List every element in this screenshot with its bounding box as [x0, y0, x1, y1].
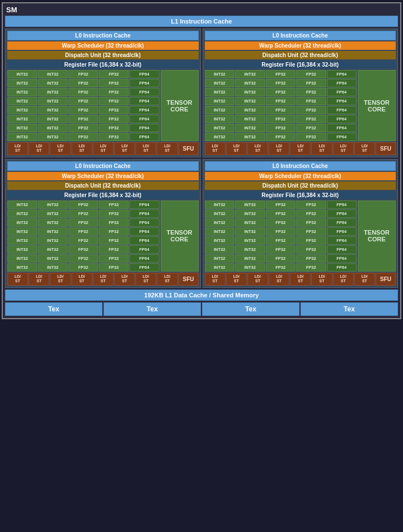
fp32-cell: FP32	[266, 200, 296, 209]
ld-st-cell: LD/ST	[269, 273, 289, 286]
int32-cell: INT32	[235, 133, 265, 141]
fp32-cell: FP32	[68, 133, 99, 141]
fp64-cell: FP64	[327, 218, 357, 227]
ld-st-cell: LD/ST	[311, 273, 332, 286]
int32-cell: INT32	[38, 115, 68, 123]
int32-cell: INT32	[235, 106, 265, 114]
sfu-cell-1: SFU	[179, 142, 199, 155]
cu-row: INT32 INT32 FP32 FP32 FP64	[205, 236, 357, 245]
fp64-cell: FP64	[327, 263, 357, 272]
fp64-cell: FP64	[129, 209, 160, 218]
int32-cell: INT32	[205, 133, 235, 141]
int32-cell: INT32	[235, 70, 265, 78]
sm-title: SM	[5, 6, 398, 14]
int32-cell: INT32	[7, 218, 38, 227]
ld-st-cell: LD/ST	[50, 273, 71, 286]
fp32-cell: FP32	[99, 97, 129, 105]
int32-cell: INT32	[38, 227, 68, 236]
fp32-cell: FP32	[99, 106, 129, 114]
cu-row: INT32 INT32 FP32 FP32 FP64	[205, 218, 357, 227]
tensor-core-3: TENSOR CORE	[161, 200, 199, 272]
int32-cell: INT32	[7, 79, 38, 87]
fp32-cell: FP32	[99, 133, 129, 141]
int32-cell: INT32	[235, 218, 265, 227]
cu-row: INT32 INT32 FP32 FP32 FP64	[205, 97, 357, 105]
fp32-cell: FP32	[296, 133, 326, 141]
ld-st-cell: LD/ST	[50, 142, 71, 155]
dispatch-unit-1: Dispatch Unit (32 thread/clk)	[7, 51, 199, 59]
ld-st-cell: LD/ST	[72, 142, 92, 155]
cu-row: INT32 INT32 FP32 FP32 FP64	[7, 133, 160, 141]
cu-row: INT32 INT32 FP32 FP32 FP64	[7, 218, 160, 227]
int32-cell: INT32	[38, 106, 68, 114]
fp32-cell: FP32	[99, 254, 129, 263]
int32-cell: INT32	[7, 263, 38, 272]
ld-st-cell: LD/ST	[157, 142, 177, 155]
sub-processor-2: L0 Instruction Cache Warp Scheduler (32 …	[203, 29, 399, 157]
fp32-cell: FP32	[266, 236, 296, 245]
ld-st-cell: LD/ST	[7, 142, 28, 155]
ld-st-cell: LD/ST	[157, 273, 177, 286]
int32-cell: INT32	[7, 97, 38, 105]
int32-cell: INT32	[38, 200, 68, 209]
fp32-cell: FP32	[296, 115, 326, 123]
fp32-cell: FP32	[296, 245, 326, 254]
fp64-cell: FP64	[129, 245, 160, 254]
int32-cell: INT32	[7, 124, 38, 132]
tex-cell-2: Tex	[104, 302, 201, 316]
int32-cell: INT32	[7, 227, 38, 236]
int32-cell: INT32	[38, 97, 68, 105]
int32-cell: INT32	[205, 236, 235, 245]
int32-cell: INT32	[205, 218, 235, 227]
int32-cell: INT32	[38, 133, 68, 141]
cu-row: INT32 INT32 FP32 FP32 FP64	[7, 254, 160, 263]
fp32-cell: FP32	[68, 254, 99, 263]
fp32-cell: FP32	[99, 124, 129, 132]
fp32-cell: FP32	[99, 227, 129, 236]
ld-st-cell: LD/ST	[354, 273, 375, 286]
fp32-cell: FP32	[99, 200, 129, 209]
core-area-3: INT32 INT32 FP32 FP32 FP64 INT32 INT32 F…	[7, 200, 199, 272]
int32-cell: INT32	[38, 263, 68, 272]
fp32-cell: FP32	[68, 88, 99, 96]
ld-st-cell: LD/ST	[93, 142, 114, 155]
fp32-cell: FP32	[99, 218, 129, 227]
fp32-cell: FP32	[266, 79, 296, 87]
int32-cell: INT32	[7, 133, 38, 141]
fp64-cell: FP64	[129, 115, 160, 123]
ld-st-cell: LD/ST	[114, 142, 135, 155]
cu-row: INT32 INT32 FP32 FP32 FP64	[7, 263, 160, 272]
fp64-cell: FP64	[129, 88, 160, 96]
int32-cell: INT32	[205, 200, 235, 209]
l1-data-cache: 192KB L1 Data Cache / Shared Memory	[5, 290, 398, 301]
bottom-row-2: LD/ST LD/ST LD/ST LD/ST LD/ST LD/ST LD/S…	[205, 142, 396, 155]
core-area-2: INT32 INT32 FP32 FP32 FP64 INT32 INT32 F…	[205, 70, 396, 141]
fp32-cell: FP32	[296, 200, 326, 209]
cu-row: INT32 INT32 FP32 FP32 FP64	[205, 200, 357, 209]
ld-st-cell: LD/ST	[311, 142, 332, 155]
ld-st-cell: LD/ST	[205, 142, 226, 155]
sfu-cell-4: SFU	[376, 273, 396, 286]
int32-cell: INT32	[7, 115, 38, 123]
l0-cache-3: L0 Instruction Cache	[7, 161, 199, 171]
int32-cell: INT32	[205, 263, 235, 272]
tex-cell-1: Tex	[5, 302, 102, 316]
ld-st-cell: LD/ST	[247, 142, 268, 155]
fp32-cell: FP32	[296, 124, 326, 132]
fp32-cell: FP32	[99, 70, 129, 78]
fp32-cell: FP32	[99, 236, 129, 245]
fp64-cell: FP64	[327, 124, 357, 132]
core-area-1: INT32 INT32 FP32 FP32 FP64 INT32 INT32 F…	[7, 70, 199, 141]
int32-cell: INT32	[205, 115, 235, 123]
int32-cell: INT32	[38, 209, 68, 218]
fp32-cell: FP32	[68, 218, 99, 227]
fp32-cell: FP32	[266, 245, 296, 254]
fp32-cell: FP32	[296, 254, 326, 263]
ld-st-cell: LD/ST	[29, 142, 49, 155]
int32-cell: INT32	[38, 79, 68, 87]
dispatch-unit-3: Dispatch Unit (32 thread/clk)	[7, 181, 199, 190]
fp32-cell: FP32	[266, 106, 296, 114]
int32-cell: INT32	[38, 88, 68, 96]
ld-st-cell: LD/ST	[269, 142, 289, 155]
register-file-3: Register File (16,384 x 32-bit)	[7, 191, 199, 199]
